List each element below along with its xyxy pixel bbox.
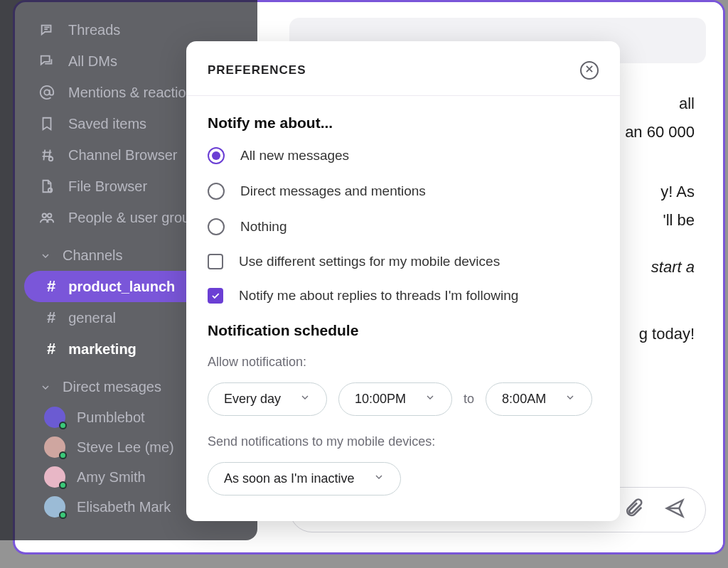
svg-point-3 [43, 214, 47, 218]
presence-dot [59, 511, 67, 519]
chevron-down-icon [564, 392, 576, 407]
message-fragment: g today! [639, 325, 695, 343]
to-label: to [464, 392, 474, 407]
mobile-timing-select[interactable]: As soon as I'm inactive [208, 462, 401, 495]
close-icon [584, 64, 594, 77]
chevron-down-icon [38, 380, 53, 395]
dm-label: Steve Lee (me) [77, 439, 174, 456]
presence-dot [59, 422, 67, 429]
hash-icon: # [47, 277, 55, 296]
checkbox-label: Notify me about replies to threads I'm f… [239, 288, 518, 304]
radio-icon [208, 218, 225, 235]
notify-heading: Notify me about... [208, 114, 599, 132]
svg-point-4 [48, 214, 52, 218]
message-fragment: 'll be [663, 211, 695, 229]
svg-point-1 [49, 157, 53, 161]
bookmark-icon [38, 115, 55, 132]
checkbox-label: Use different settings for my mobile dev… [239, 254, 500, 269]
message-fragment: an 60 000 [625, 123, 695, 141]
mobile-timing-row: As soon as I'm inactive [208, 462, 599, 495]
nav-item-label: File Browser [68, 178, 147, 195]
chevron-down-icon [373, 471, 385, 486]
modal-title: PREFERENCES [208, 63, 306, 77]
avatar [44, 436, 65, 458]
checkbox-icon [208, 288, 223, 304]
chevron-down-icon [424, 392, 436, 407]
nav-item-label: People & user groups [68, 210, 205, 226]
radio-label: All new messages [240, 148, 349, 164]
hash-icon: # [47, 309, 55, 327]
avatar [44, 496, 65, 518]
time-to-value: 8:00AM [502, 392, 546, 407]
presence-dot [59, 451, 67, 459]
checkbox-option-0[interactable]: Use different settings for my mobile dev… [208, 254, 599, 269]
radio-icon [208, 183, 225, 200]
mobile-timing-value: As soon as I'm inactive [224, 471, 355, 486]
mention-icon [38, 84, 55, 101]
attachment-icon[interactable] [623, 498, 644, 522]
channel-label: product_launch [68, 279, 175, 295]
hash-icon: # [47, 340, 55, 358]
send-icon[interactable] [664, 498, 685, 522]
dm-label: Elisabeth Mark [77, 499, 171, 515]
days-select[interactable]: Every day [208, 382, 327, 416]
time-from-value: 10:00PM [355, 392, 406, 407]
dm-label: Amy Smith [77, 469, 146, 486]
message-fragment: y! As [660, 183, 695, 200]
radio-label: Nothing [240, 219, 287, 235]
nav-item-label: Threads [68, 22, 120, 38]
people-icon [38, 209, 55, 226]
modal-header: PREFERENCES [186, 41, 620, 96]
nav-item-label: Channel Browser [68, 147, 177, 164]
nav-item-label: All DMs [68, 53, 117, 70]
svg-point-0 [44, 90, 49, 95]
modal-body: Notify me about... All new messages Dire… [186, 96, 620, 495]
radio-option-0[interactable]: All new messages [208, 147, 599, 164]
schedule-row: Every day 10:00PM to 8:00AM [208, 382, 599, 416]
checkbox-icon [208, 254, 223, 269]
dm-label: Pumblebot [77, 409, 145, 426]
nav-item-label: Saved items [68, 116, 146, 132]
dm-header-label: Direct mesages [63, 379, 161, 395]
allow-notification-label: Allow notification: [208, 355, 599, 370]
avatar [44, 407, 65, 428]
radio-option-1[interactable]: Direct messages and mentions [208, 183, 599, 200]
time-from-select[interactable]: 10:00PM [338, 382, 452, 416]
file-icon [38, 178, 55, 195]
chevron-down-icon [38, 249, 53, 263]
chevron-down-icon [299, 392, 311, 407]
dm-icon [38, 53, 55, 70]
channel-label: general [68, 310, 116, 326]
preferences-modal: PREFERENCES Notify me about... All new m… [186, 41, 620, 521]
send-mobile-label: Send notifications to my mobile devices: [208, 434, 599, 449]
radio-option-2[interactable]: Nothing [208, 218, 599, 235]
schedule-heading: Notification schedule [208, 322, 599, 339]
avatar [44, 466, 65, 488]
time-to-select[interactable]: 8:00AM [486, 382, 592, 416]
presence-dot [59, 481, 67, 489]
channels-header-label: Channels [63, 247, 123, 264]
radio-icon [208, 147, 225, 164]
radio-label: Direct messages and mentions [240, 183, 426, 199]
nav-item-label: Mentions & reactions [68, 85, 201, 101]
close-button[interactable] [580, 61, 599, 80]
checkbox-option-1[interactable]: Notify me about replies to threads I'm f… [208, 288, 599, 304]
message-fragment-italic: start a [651, 258, 695, 276]
hash-browse-icon [38, 146, 55, 164]
channel-label: marketing [68, 341, 136, 358]
threads-icon [38, 21, 55, 38]
days-value: Every day [224, 392, 281, 407]
message-fragment: all [679, 95, 695, 112]
